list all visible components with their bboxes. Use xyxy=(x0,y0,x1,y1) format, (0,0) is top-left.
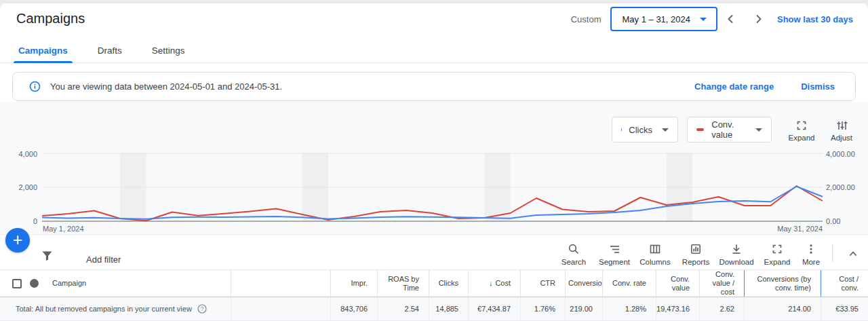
search-icon xyxy=(568,243,580,255)
tab-settings[interactable]: Settings xyxy=(152,39,185,63)
conv-value-series-color-chip xyxy=(696,128,704,131)
toolbar-segment-label: Segment xyxy=(599,258,630,266)
column-ctr[interactable]: CTR xyxy=(520,270,565,297)
toolbar-divider xyxy=(832,244,833,262)
next-period-button[interactable] xyxy=(745,7,772,31)
toolbar-reports-button[interactable]: Download Reports xyxy=(675,243,716,266)
metric-selector-clicks-label: Clicks xyxy=(629,125,652,135)
total-clicks: 14,885 xyxy=(429,297,468,320)
total-impr: 843,706 xyxy=(330,297,377,320)
toolbar-search-label: Search xyxy=(561,258,586,266)
plus-icon: + xyxy=(13,231,23,248)
change-date-range-link[interactable]: Change date range xyxy=(694,81,774,92)
toolbar-columns-button[interactable]: Columns xyxy=(635,243,675,266)
column-campaign-label[interactable]: Campaign xyxy=(52,279,86,288)
metric-selector-clicks[interactable]: Clicks xyxy=(612,117,678,143)
expand-icon xyxy=(771,243,783,255)
right-axis-tick-4000: 4,000.00 xyxy=(826,150,867,158)
column-conv-value[interactable]: Conv. value xyxy=(656,270,699,297)
toolbar-expand-label: Expand xyxy=(764,258,790,266)
column-cost[interactable]: ↓ Cost xyxy=(468,270,520,297)
left-axis-tick-4000: 4,000 xyxy=(0,150,37,158)
page-title: Campaigns xyxy=(16,11,85,26)
date-range-selector[interactable]: May 1 – 31, 2024 xyxy=(610,7,717,31)
x-axis-start-label: May 1, 2024 xyxy=(43,225,84,233)
sort-descending-icon: ↓ xyxy=(489,279,493,288)
total-conversions-by-conv-time: 214.00 xyxy=(744,297,821,320)
table-header-row: Campaign Impr. ROAS by Time Clicks ↓ Cos… xyxy=(0,270,868,297)
right-axis-tick-2000: 2,000.00 xyxy=(826,183,867,191)
toolbar-search-button[interactable]: Search xyxy=(553,243,594,266)
total-cost: €7,434.87 xyxy=(468,297,520,320)
download-icon xyxy=(730,243,743,255)
campaigns-card: Campaigns Custom May 1 – 31, 2024 Show l… xyxy=(0,3,868,321)
total-conv-rate: 1.28% xyxy=(602,297,656,320)
column-conversions-by-conv-time-label: Conversions (by conv. time) xyxy=(747,275,811,292)
toolbar-columns-label: Columns xyxy=(639,258,670,266)
total-conv-value: 19,473.16 xyxy=(656,297,699,320)
total-row-label: Total: All but removed campaigns in your… xyxy=(12,305,192,313)
dismiss-link[interactable]: Dismiss xyxy=(801,81,835,92)
column-conv-rate[interactable]: Conv. rate xyxy=(602,270,656,297)
date-range-value: May 1 – 31, 2024 xyxy=(623,14,690,24)
column-clicks[interactable]: Clicks xyxy=(429,270,468,297)
column-conversions[interactable]: Conversions xyxy=(565,270,602,297)
status-filter-icon[interactable] xyxy=(30,279,39,288)
add-campaign-button[interactable]: + xyxy=(5,228,30,252)
campaigns-table: Campaign Impr. ROAS by Time Clicks ↓ Cos… xyxy=(0,270,868,321)
chart-expand-button[interactable]: Expand xyxy=(785,119,818,142)
toolbar-more-button[interactable]: More xyxy=(791,243,831,266)
info-icon xyxy=(29,81,41,92)
column-roas-by-time[interactable]: ROAS by Time xyxy=(377,270,429,297)
show-last-30-days-link[interactable]: Show last 30 days xyxy=(777,14,853,24)
page-header: Campaigns Custom May 1 – 31, 2024 Show l… xyxy=(0,3,868,39)
column-impr[interactable]: Impr. xyxy=(330,270,377,297)
date-mode-label: Custom xyxy=(571,14,601,24)
filter-icon[interactable] xyxy=(41,250,53,262)
tab-drafts[interactable]: Drafts xyxy=(98,39,122,63)
total-ctr: 1.76% xyxy=(520,297,565,320)
total-conversions: 219.00 xyxy=(565,297,602,320)
chart-adjust-label: Adjust xyxy=(831,134,852,142)
add-filter-button[interactable]: Add filter xyxy=(86,254,121,265)
chevron-down-icon xyxy=(755,128,762,132)
select-all-checkbox[interactable] xyxy=(12,279,22,288)
total-cost-per-conv: €33.95 xyxy=(821,297,868,320)
more-vertical-icon xyxy=(805,243,817,255)
metric-selector-conv-value-label: Conv. value xyxy=(711,119,746,140)
total-row-label-cell: Total: All but removed campaigns in your… xyxy=(0,297,231,320)
chart-expand-label: Expand xyxy=(788,134,814,142)
performance-chart-section: 4,000 2,000 0 4,000.00 2,000.00 0.00 May… xyxy=(0,102,868,234)
columns-icon xyxy=(649,243,661,255)
chart-adjust-button[interactable]: Adjust xyxy=(825,119,858,142)
left-axis-tick-0: 0 xyxy=(0,217,37,225)
header-campaign: Campaign xyxy=(0,270,231,297)
chevron-right-icon xyxy=(753,14,764,24)
column-cost-per-conv[interactable]: Cost / conv. xyxy=(821,270,868,297)
total-blank xyxy=(231,297,330,320)
toolbar-reports-label: Reports xyxy=(682,258,709,266)
column-conv-value-cost[interactable]: Conv. value / cost xyxy=(699,270,744,297)
toolbar-segment-button[interactable]: Segment xyxy=(594,243,635,266)
collapse-chart-button[interactable] xyxy=(841,247,865,261)
adjust-icon xyxy=(835,119,848,132)
table-toolbar: Add filter Search Segment Columns Downlo… xyxy=(0,234,868,270)
date-range-info-banner: You are viewing data between 2024-05-01 … xyxy=(12,72,856,101)
header-blank xyxy=(231,270,330,297)
chevron-up-icon xyxy=(848,248,859,259)
chevron-left-icon xyxy=(726,14,736,24)
total-roas: 2.54 xyxy=(377,297,429,320)
table-total-row: Total: All but removed campaigns in your… xyxy=(0,297,868,321)
tab-campaigns[interactable]: Campaigns xyxy=(18,39,68,63)
x-axis-end-label: May 31, 2024 xyxy=(775,225,823,233)
metric-selector-conv-value[interactable]: Conv. value xyxy=(687,117,772,143)
chevron-down-icon xyxy=(662,128,669,132)
column-conversions-by-conv-time[interactable]: Conversions (by conv. time) xyxy=(744,270,821,297)
right-axis-tick-0: 0.00 xyxy=(826,217,867,225)
help-icon[interactable]: ? xyxy=(197,304,207,314)
toolbar-download-button[interactable]: Download xyxy=(716,243,757,266)
chevron-down-icon xyxy=(700,18,707,21)
left-axis-tick-2000: 2,000 xyxy=(0,183,37,191)
previous-period-button[interactable] xyxy=(717,7,745,31)
svg-text:?: ? xyxy=(200,305,203,312)
